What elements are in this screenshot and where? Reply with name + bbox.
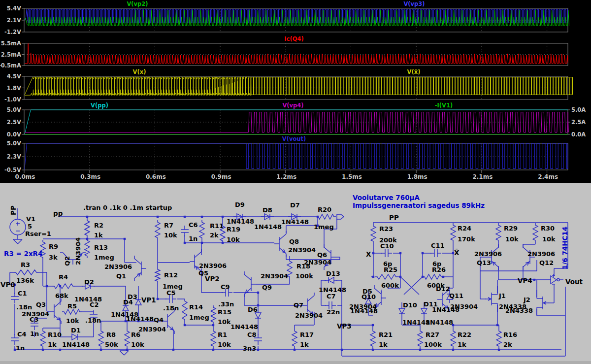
component-name[interactable]: D9 [235, 201, 245, 208]
component-value[interactable]: 3k [49, 254, 58, 261]
component-value[interactable]: 1n [30, 330, 39, 337]
component-value[interactable]: 10k [505, 235, 519, 243]
component-value[interactable]: 10k [164, 232, 177, 239]
component-name[interactable]: R12 [164, 271, 178, 279]
component-value[interactable]: 1N4148 [281, 218, 309, 226]
trace-label[interactable]: V(x̄) [407, 68, 421, 75]
component-value[interactable]: 1meg [189, 314, 209, 321]
net-label-vp1[interactable]: VP1 [141, 296, 156, 304]
component-value[interactable]: 2k [210, 232, 219, 239]
component-value[interactable]: 2k [503, 341, 512, 348]
component-name[interactable]: D6 [248, 306, 258, 313]
component-value[interactable]: 1k [379, 341, 388, 348]
trace-label[interactable]: V(vp3) [403, 0, 425, 7]
component-value[interactable]: .33n [218, 300, 234, 308]
component-name[interactable]: Q6 [317, 251, 327, 259]
component-name[interactable]: D8 [263, 206, 272, 214]
component-name[interactable]: R10 [48, 331, 62, 338]
component-value[interactable]: .18n [16, 303, 32, 311]
component-name[interactable]: D2 [84, 278, 94, 286]
component-name[interactable]: R5 [67, 302, 77, 310]
component-value[interactable]: 1N4148 [254, 223, 282, 231]
component-name[interactable]: R15 [218, 308, 231, 316]
component-value[interactable]: 6p [432, 260, 441, 267]
component-value[interactable]: 1N4148 [230, 323, 258, 331]
component-value[interactable]: 2N3904 [304, 259, 331, 266]
component-value[interactable]: 10k [131, 341, 144, 348]
component-value[interactable]: 1N4148 [319, 286, 346, 294]
component-value[interactable]: 1N4148 [426, 319, 453, 326]
net-label-x[interactable]: X [366, 250, 371, 258]
component-value[interactable]: 22n [327, 308, 340, 316]
component-value[interactable]: 1k [48, 341, 57, 348]
component-name[interactable]: C5 [166, 289, 176, 297]
component-value[interactable]: 2N3904 [74, 237, 82, 265]
component-name[interactable]: J2 [523, 296, 530, 303]
component-name[interactable]: Q7 [294, 301, 303, 309]
component-name[interactable]: R3 [21, 261, 30, 268]
component-name[interactable]: R9 [49, 243, 58, 250]
component-name[interactable]: R23 [379, 225, 393, 232]
component-name[interactable]: Q10 [361, 293, 376, 300]
component-value[interactable]: 170k [458, 235, 475, 243]
component-name[interactable]: C8 [247, 331, 257, 338]
component-name[interactable]: Q1 [116, 272, 126, 280]
component-value[interactable]: 1N4148 [74, 296, 102, 303]
component-value[interactable]: 6p [383, 260, 392, 267]
component-value[interactable]: 1n [189, 235, 197, 242]
component-name[interactable]: Q12 [539, 259, 554, 266]
component-name[interactable]: R14 [189, 303, 203, 311]
component-value[interactable]: 100k [424, 341, 442, 348]
component-value[interactable]: 2N3904 [450, 303, 478, 310]
component-name[interactable]: V1 [26, 215, 35, 223]
component-name[interactable]: Q9 [262, 284, 272, 291]
net-label-vout[interactable]: Vout [565, 278, 583, 286]
component-value[interactable]: 136k [16, 277, 34, 284]
spice-directive[interactable]: .tran 0 .1k 0 .1m startup [83, 204, 172, 211]
component-value[interactable]: 10k [542, 235, 556, 243]
component-value[interactable]: 1k [94, 232, 103, 239]
component-value[interactable]: 2N3906 [104, 263, 132, 270]
component-name[interactable]: C10 [380, 242, 394, 250]
component-name[interactable]: D7 [290, 201, 300, 209]
component-name[interactable]: R13 [94, 244, 108, 251]
component-value[interactable]: 2N3906 [474, 250, 502, 258]
component-value[interactable]: 2N3904 [349, 303, 377, 310]
component-value[interactable]: 10k [218, 318, 231, 326]
component-name[interactable]: R24 [458, 225, 471, 232]
component-name[interactable]: D10 [403, 301, 417, 309]
component-name[interactable]: R2 [94, 222, 103, 229]
component-value[interactable]: 2N3906 [527, 250, 555, 258]
net-label-pp2[interactable]: PP [389, 214, 399, 222]
component-value[interactable]: 1meg [314, 223, 334, 231]
component-name[interactable]: R30 [541, 225, 555, 232]
net-label-pprot[interactable]: PP [9, 205, 17, 215]
component-name[interactable]: R1 [218, 331, 227, 338]
trace-label[interactable]: Ic(Q4) [284, 35, 303, 42]
trace-label[interactable]: -I(V1) [435, 102, 453, 109]
trace-label[interactable]: V(vp4) [282, 102, 303, 109]
component-name[interactable]: Q8 [289, 238, 299, 245]
component-name[interactable]: R4 [59, 273, 68, 281]
component-value[interactable]: 1k [300, 341, 309, 348]
component-name[interactable]: R8 [106, 331, 116, 338]
component-value[interactable]: 2N3904 [138, 326, 166, 333]
component-name[interactable]: R16 [503, 331, 517, 338]
component-name[interactable]: Q4 [154, 316, 164, 324]
component-name[interactable]: R19 [227, 226, 240, 233]
component-value[interactable]: 10k [227, 236, 240, 243]
component-value[interactable]: 10k [218, 341, 231, 348]
component-value[interactable]: 68k [55, 292, 68, 299]
component-name[interactable]: Q3 [36, 301, 46, 308]
component-name[interactable]: R29 [504, 225, 518, 232]
component-name[interactable]: C9 [221, 283, 230, 291]
component-value[interactable]: 2N3906 [199, 262, 227, 269]
component-value[interactable]: 100k [296, 272, 313, 280]
net-label-vp3[interactable]: VP3 [337, 322, 352, 330]
net-label-pp1[interactable]: pp [53, 209, 63, 217]
trace-label[interactable]: V(x) [133, 68, 146, 75]
component-name[interactable]: D13 [326, 270, 340, 277]
component-name[interactable]: C11 [431, 242, 445, 249]
component-value[interactable]: .18n [163, 304, 179, 312]
component-value[interactable]: 1N4148 [62, 341, 90, 348]
